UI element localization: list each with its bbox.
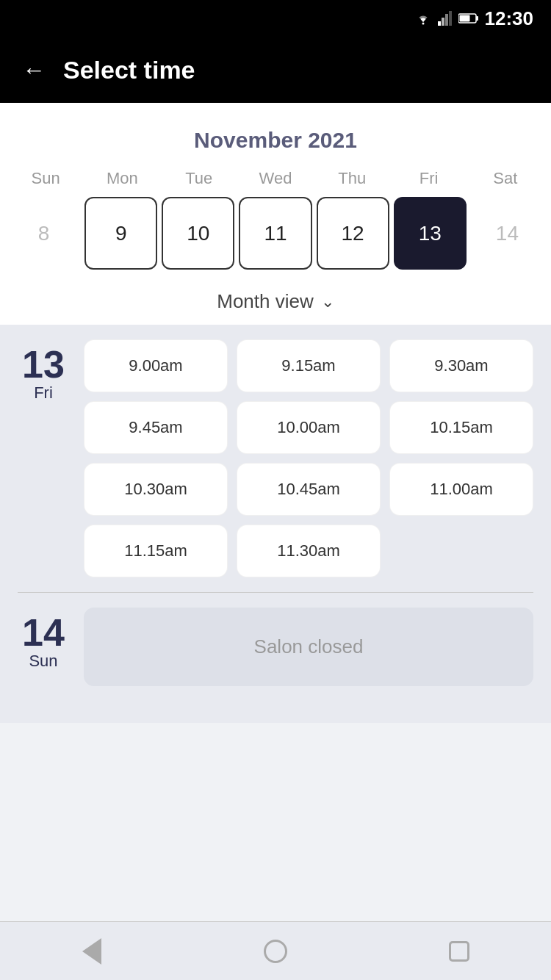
time-slot-1100am[interactable]: 11.00am bbox=[389, 463, 533, 516]
status-icons: 12:30 bbox=[414, 7, 534, 30]
svg-rect-4 bbox=[449, 11, 452, 26]
nav-back-button[interactable] bbox=[70, 929, 114, 973]
back-button[interactable]: ← bbox=[22, 57, 46, 84]
salon-closed-box: Salon closed bbox=[84, 608, 533, 686]
svg-rect-6 bbox=[476, 16, 478, 21]
app-header: ← Select time bbox=[0, 37, 551, 103]
day-14-label: 14 Sun bbox=[18, 608, 69, 686]
calendar-weekdays: Sun Mon Tue Wed Thu Fri Sat bbox=[0, 166, 551, 191]
svg-rect-3 bbox=[445, 14, 448, 26]
time-slot-915am[interactable]: 9.15am bbox=[237, 339, 381, 392]
battery-icon bbox=[458, 12, 479, 24]
weekday-mon: Mon bbox=[84, 166, 160, 191]
time-slot-1000am[interactable]: 10.00am bbox=[237, 401, 381, 454]
home-circle-icon bbox=[264, 940, 287, 963]
svg-rect-1 bbox=[438, 21, 441, 26]
status-bar: 12:30 bbox=[0, 0, 551, 37]
time-slot-1045am[interactable]: 10.45am bbox=[237, 463, 381, 516]
day-13-block: 13 Fri 9.00am 9.15am 9.30am 9.45am 10.00… bbox=[18, 339, 533, 577]
month-view-label: Month view bbox=[217, 290, 314, 313]
nav-recent-button[interactable] bbox=[437, 929, 481, 973]
section-divider bbox=[18, 592, 533, 593]
day-14-name: Sun bbox=[29, 652, 57, 671]
weekday-sat: Sat bbox=[467, 166, 544, 191]
calendar-section: November 2021 Sun Mon Tue Wed Thu Fri Sa… bbox=[0, 103, 551, 325]
time-slot-1030am[interactable]: 10.30am bbox=[84, 463, 228, 516]
svg-rect-7 bbox=[459, 15, 469, 22]
status-time: 12:30 bbox=[485, 7, 534, 30]
weekday-tue: Tue bbox=[161, 166, 237, 191]
calendar-day-11[interactable]: 11 bbox=[239, 197, 311, 270]
day-14-block: 14 Sun Salon closed bbox=[18, 608, 533, 686]
svg-point-0 bbox=[422, 23, 424, 25]
time-slot-900am[interactable]: 9.00am bbox=[84, 339, 228, 392]
day-13-number: 13 bbox=[22, 345, 65, 383]
timeslots-section: 13 Fri 9.00am 9.15am 9.30am 9.45am 10.00… bbox=[0, 325, 551, 723]
calendar-day-9[interactable]: 9 bbox=[84, 197, 157, 270]
signal-icon bbox=[438, 11, 453, 26]
calendar-day-14[interactable]: 14 bbox=[471, 197, 544, 270]
day-13-name: Fri bbox=[34, 383, 53, 403]
time-slot-1130am[interactable]: 11.30am bbox=[237, 525, 381, 577]
time-slot-930am[interactable]: 9.30am bbox=[389, 339, 533, 392]
day-14-number: 14 bbox=[22, 613, 65, 652]
back-triangle-icon bbox=[82, 938, 101, 965]
weekday-fri: Fri bbox=[390, 166, 467, 191]
month-view-toggle[interactable]: Month view ⌄ bbox=[0, 280, 551, 325]
chevron-down-icon: ⌄ bbox=[321, 292, 334, 311]
weekday-thu: Thu bbox=[314, 166, 390, 191]
day-13-label: 13 Fri bbox=[18, 339, 69, 577]
svg-rect-2 bbox=[442, 18, 444, 26]
page-title: Select time bbox=[63, 56, 195, 84]
wifi-icon bbox=[414, 12, 432, 25]
calendar-days: 8 9 10 11 12 13 14 bbox=[0, 197, 551, 280]
time-slot-1115am[interactable]: 11.15am bbox=[84, 525, 228, 577]
weekday-sun: Sun bbox=[7, 166, 84, 191]
nav-bar bbox=[0, 921, 551, 980]
calendar-day-10[interactable]: 10 bbox=[162, 197, 234, 270]
calendar-day-13[interactable]: 13 bbox=[394, 197, 467, 270]
calendar-day-12[interactable]: 12 bbox=[317, 197, 389, 270]
day-13-slots-grid: 9.00am 9.15am 9.30am 9.45am 10.00am 10.1… bbox=[84, 339, 533, 577]
recent-square-icon bbox=[449, 941, 469, 962]
salon-closed-text: Salon closed bbox=[254, 635, 364, 658]
calendar-day-8[interactable]: 8 bbox=[7, 197, 80, 270]
calendar-month-year: November 2021 bbox=[0, 118, 551, 166]
weekday-wed: Wed bbox=[237, 166, 314, 191]
nav-home-button[interactable] bbox=[253, 929, 298, 973]
time-slot-1015am[interactable]: 10.15am bbox=[389, 401, 533, 454]
time-slot-945am[interactable]: 9.45am bbox=[84, 401, 228, 454]
